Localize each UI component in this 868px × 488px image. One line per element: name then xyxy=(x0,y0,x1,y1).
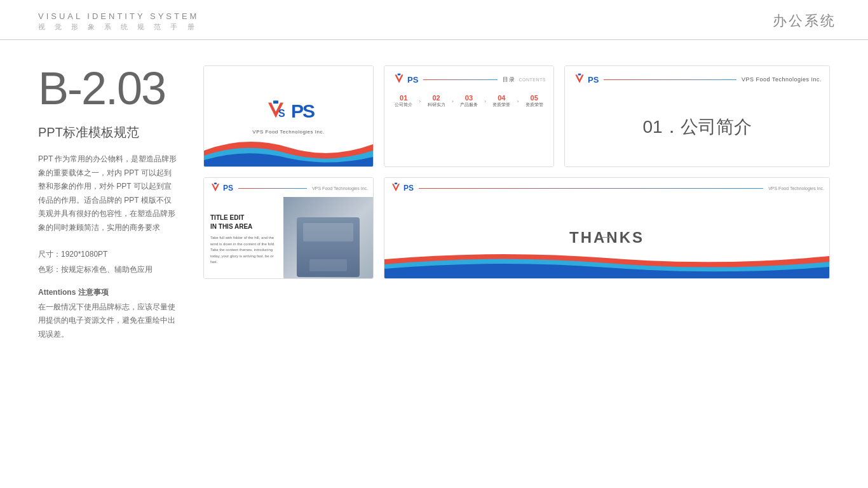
chapter-company: VPS Food Technologies Inc. xyxy=(742,76,822,83)
attention-title: Attentions 注意事项 xyxy=(38,287,178,298)
vps-logo-content: PS xyxy=(209,182,233,194)
toc-item-5: 05 资质荣管 xyxy=(526,94,543,108)
svg-rect-6 xyxy=(578,74,581,76)
slides-row-top: S PS VPS Food Technologies Inc. xyxy=(203,65,830,167)
toc-num-1: 01 xyxy=(395,94,412,102)
header-title-en: VISUAL IDENTITY SYSTEM xyxy=(38,11,199,21)
machine-image xyxy=(283,197,373,279)
svg-rect-1 xyxy=(273,100,278,104)
toc-num-3: 03 xyxy=(460,94,478,102)
slide-content: PS VPS Food Technologies Inc. TITLE EDIT… xyxy=(203,177,374,279)
content-title-line2: IN THIS AREA xyxy=(210,222,277,231)
toc-num-2: 02 xyxy=(428,94,445,102)
thanks-divider xyxy=(419,188,763,189)
toc-item-3: 03 产品服务 xyxy=(460,94,478,108)
vps-icon-cover: S xyxy=(263,98,288,124)
content-divider xyxy=(238,188,307,189)
toc-label-3: 产品服务 xyxy=(460,102,478,108)
toc-item-1: 01 公司简介 xyxy=(395,94,412,108)
svg-rect-8 xyxy=(214,183,217,184)
svg-marker-5 xyxy=(575,75,583,83)
svg-rect-10 xyxy=(395,183,397,184)
thanks-dash: — xyxy=(602,231,611,241)
toc-items-list: 01 公司简介 › 02 科研实力 › 03 产品服务 › xyxy=(392,94,546,108)
toc-title-en: CONTENTS xyxy=(519,78,546,82)
left-panel: B-2.03 PPT标准模板规范 PPT 作为常用的办公物料，是塑造品牌形象的重… xyxy=(38,65,178,341)
toc-label-2: 科研实力 xyxy=(428,102,445,108)
spec-color: 色彩：按规定标准色、辅助色应用 xyxy=(38,262,178,277)
toc-arrow-4: › xyxy=(517,98,519,104)
vps-icon-toc xyxy=(392,72,406,86)
chapter-number: 01．公司简介 xyxy=(573,94,822,160)
vps-logo-cover: S PS xyxy=(263,98,314,124)
section-title: PPT标准模板规范 xyxy=(38,124,178,141)
header-title-right: 办公系统 xyxy=(773,11,836,30)
header-title-cn: 视 觉 形 象 系 统 规 范 手 册 xyxy=(38,22,199,32)
slides-panel: S PS VPS Food Technologies Inc. xyxy=(203,65,830,341)
slide-cover: S PS VPS Food Technologies Inc. xyxy=(203,65,374,167)
slide-toc-inner: PS 目录 CONTENTS 01 公司简介 xyxy=(384,66,553,166)
toc-header-title: 目录 CONTENTS xyxy=(503,76,546,84)
cover-subtitle: VPS Food Technologies Inc. xyxy=(252,129,324,135)
toc-label-4: 资质荣誉 xyxy=(492,102,510,108)
svg-marker-3 xyxy=(395,75,403,83)
thanks-header: PS VPS Food Technologies Inc. xyxy=(384,178,829,197)
slide-chapter: PS VPS Food Technologies Inc. 01．公司简介 xyxy=(564,65,830,167)
vps-logo-chapter: PS xyxy=(573,72,599,86)
slide-toc: PS 目录 CONTENTS 01 公司简介 xyxy=(384,65,554,167)
thanks-company: VPS Food Technologies Inc. xyxy=(768,186,824,191)
slide-content-inner: PS VPS Food Technologies Inc. TITLE EDIT… xyxy=(204,178,373,278)
slide-thanks-inner: PS VPS Food Technologies Inc. THANKS — xyxy=(384,178,829,278)
vps-icon-content xyxy=(209,182,222,194)
vps-logo-thanks: PS xyxy=(390,182,414,194)
vps-logo-toc: PS xyxy=(392,72,418,86)
section-code: B-2.03 xyxy=(38,65,178,111)
toc-item-2: 02 科研实力 xyxy=(428,94,445,108)
content-split: TITLE EDIT IN THIS AREA Take full with f… xyxy=(204,197,373,279)
toc-item-4: 04 资质荣誉 xyxy=(492,94,510,108)
content-image-area xyxy=(283,197,373,279)
thanks-wave xyxy=(384,247,829,278)
toc-label-5: 资质荣管 xyxy=(526,102,543,108)
svg-marker-7 xyxy=(212,184,219,191)
vps-icon-thanks xyxy=(390,182,402,194)
slide-cover-inner: S PS VPS Food Technologies Inc. xyxy=(204,66,373,166)
content-text-area: TITLE EDIT IN THIS AREA Take full with f… xyxy=(204,197,283,279)
toc-num-5: 05 xyxy=(526,94,543,102)
header-left: VISUAL IDENTITY SYSTEM 视 觉 形 象 系 统 规 范 手… xyxy=(38,11,199,32)
machine-shape xyxy=(297,217,360,278)
slide-chapter-inner: PS VPS Food Technologies Inc. 01．公司简介 xyxy=(565,66,829,166)
toc-num-4: 04 xyxy=(492,94,510,102)
vps-icon-chapter xyxy=(573,72,587,86)
chapter-divider xyxy=(604,79,736,80)
attention-text: 在一般情况下使用品牌标志，应该尽量使用提供的电子资源文件，避免在重绘中出现误差。 xyxy=(38,301,178,342)
content-company: VPS Food Technologies Inc. xyxy=(312,186,368,191)
spec-size: 尺寸：1920*1080PT xyxy=(38,247,178,262)
svg-text:S: S xyxy=(278,107,285,118)
toc-header: PS 目录 CONTENTS xyxy=(392,72,546,86)
toc-arrow-1: › xyxy=(419,98,421,104)
toc-divider xyxy=(423,79,498,80)
section-description: PPT 作为常用的办公物料，是塑造品牌形象的重要载体之一，对内 PPT 可以起到… xyxy=(38,152,178,235)
toc-title-cn: 目录 xyxy=(503,76,515,83)
main-content: B-2.03 PPT标准模板规范 PPT 作为常用的办公物料，是塑造品牌形象的重… xyxy=(0,40,868,367)
cover-wave xyxy=(204,132,373,166)
toc-arrow-3: › xyxy=(484,98,486,104)
toc-arrow-2: › xyxy=(452,98,454,104)
content-body-text: Take full with folder of the hill, and t… xyxy=(210,235,277,266)
page-header: VISUAL IDENTITY SYSTEM 视 觉 形 象 系 统 规 范 手… xyxy=(0,0,868,40)
content-header: PS VPS Food Technologies Inc. xyxy=(204,178,373,197)
content-title-area: TITLE EDIT IN THIS AREA Take full with f… xyxy=(210,214,277,266)
chapter-header: PS VPS Food Technologies Inc. xyxy=(573,72,822,86)
content-title-line1: TITLE EDIT xyxy=(210,214,277,222)
toc-label-1: 公司简介 xyxy=(395,102,412,108)
slide-thanks: PS VPS Food Technologies Inc. THANKS — xyxy=(384,177,830,279)
slides-row-bottom: PS VPS Food Technologies Inc. TITLE EDIT… xyxy=(203,177,830,279)
svg-marker-9 xyxy=(392,184,400,191)
svg-rect-4 xyxy=(398,74,400,76)
